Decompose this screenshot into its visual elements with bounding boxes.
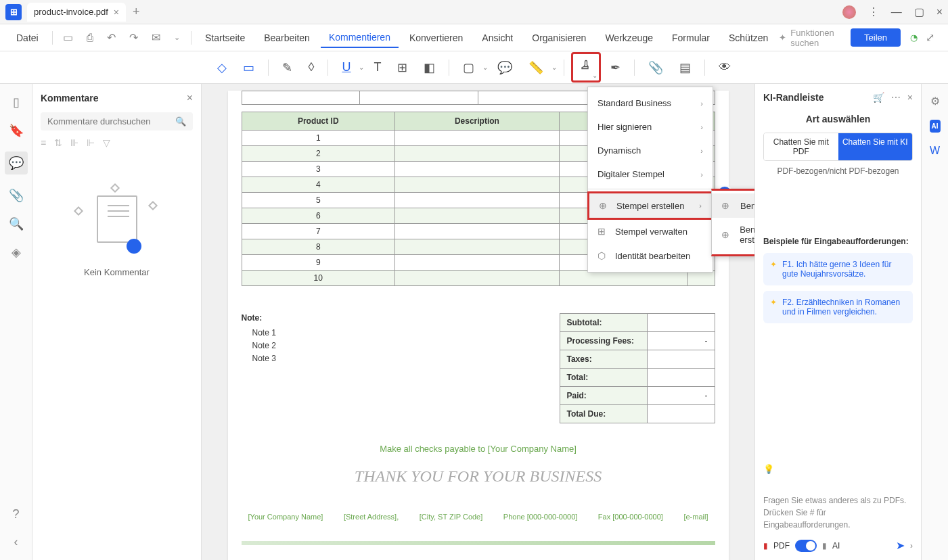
search-icon[interactable]: 🔍 [175, 116, 186, 126]
bookmarks-icon[interactable]: 🔖 [9, 123, 24, 138]
menu-organisieren[interactable]: Organisieren [524, 28, 594, 47]
list-icon[interactable]: ≡ [41, 137, 46, 148]
help-icon[interactable]: ? [12, 507, 19, 521]
expand-icon[interactable]: ⤢ [920, 28, 940, 47]
caret-icon[interactable]: ⌄ [359, 64, 364, 71]
prompt-card[interactable]: ✦ F2. Erzähltechniken in Romanen und in … [763, 291, 913, 323]
sort-icon[interactable]: ⇅ [54, 137, 62, 148]
menu-ansicht[interactable]: Ansicht [474, 28, 521, 47]
search-rail-icon[interactable]: 🔍 [9, 216, 24, 231]
close-panel-icon[interactable]: × [187, 92, 193, 104]
close-icon[interactable]: × [114, 7, 119, 18]
send-icon[interactable]: ➤ [896, 539, 905, 552]
measure-tool[interactable]: 📏 [522, 55, 550, 80]
menu-file[interactable]: Datei [8, 28, 47, 47]
stamp-dynamic[interactable]: Dynamisch› [588, 139, 713, 162]
separator [704, 60, 705, 76]
caret-icon[interactable]: ⌄ [551, 64, 557, 71]
menu-startseite[interactable]: Startseite [197, 28, 253, 47]
search-input[interactable] [47, 116, 175, 126]
textbox-tool[interactable]: ⊞ [390, 55, 414, 80]
mode-toggle[interactable] [795, 540, 817, 552]
note-tool[interactable]: ▭ [236, 55, 261, 80]
chevron-down-icon[interactable]: ⌄ [168, 30, 185, 45]
expand-ai-icon[interactable]: › [910, 541, 913, 551]
chat-ai-option[interactable]: Chatten Sie mit KI [838, 133, 913, 160]
separator [52, 31, 53, 45]
bulb-icon[interactable]: 💡 [763, 464, 913, 474]
minimize-icon[interactable]: — [891, 6, 902, 18]
mail-icon[interactable]: ✉ [146, 28, 166, 47]
undo-icon[interactable]: ↶ [101, 28, 121, 47]
filter-row: ≡ ⇅ ⊪ ⊩ ▽ [41, 137, 193, 148]
caret-icon[interactable]: ⌄ [482, 64, 488, 71]
menu-kommentieren[interactable]: Kommentieren [321, 28, 399, 48]
caret-icon: ⌄ [592, 72, 597, 79]
document-tab[interactable]: product-invoice.pdf × [27, 3, 126, 22]
user-avatar[interactable] [842, 5, 856, 19]
more-icon[interactable]: ⋯ [891, 92, 901, 103]
ai-icon[interactable]: AI [930, 120, 941, 133]
show-comments-tool[interactable]: 👁 [712, 55, 738, 80]
stamp-digital[interactable]: Digitaler Stempel› [588, 162, 713, 186]
attachment-tool[interactable]: 📎 [641, 55, 670, 80]
close-window-icon[interactable]: × [936, 6, 943, 18]
cart-icon[interactable]: 🛒 [873, 92, 884, 103]
stamp-manage[interactable]: ⊞ Stempel verwalten [588, 219, 713, 243]
chat-pdf-option[interactable]: Chatten Sie mit PDF [764, 133, 838, 160]
print-icon[interactable]: ⎙ [81, 29, 99, 47]
shape-tool[interactable]: ▢ [456, 55, 481, 80]
eraser-tool[interactable]: ◊ [302, 55, 321, 80]
layers-icon[interactable]: ◈ [12, 245, 21, 260]
funnel-icon[interactable]: ▽ [103, 137, 110, 148]
open-icon[interactable]: ▭ [58, 28, 78, 47]
stamp-tool[interactable]: ⌄ [571, 52, 601, 83]
menu-schuetzen[interactable]: Schützen [721, 28, 776, 47]
footer-city: [City, ST ZIP Code] [420, 513, 483, 521]
filter2-icon[interactable]: ⊩ [87, 137, 95, 148]
signature-tool[interactable]: ✒ [604, 55, 627, 80]
redo-icon[interactable]: ↷ [124, 28, 143, 47]
share-button[interactable]: Teilen [851, 28, 901, 47]
collapse-icon[interactable]: ‹ [14, 535, 18, 549]
document-area[interactable]: W Product ID Description Quantity Un 123… [202, 84, 754, 560]
highlight-tool[interactable]: ◇ [210, 55, 233, 80]
stamp-standard-business[interactable]: Standard Business› [588, 91, 713, 115]
close-ai-icon[interactable]: × [907, 92, 913, 103]
thumbnails-icon[interactable]: ▯ [13, 95, 20, 110]
text-tool[interactable]: T [367, 55, 388, 80]
payable-text: Make all checks payable to [Your Company… [242, 423, 715, 454]
stamp-identity[interactable]: ⬡ Identität bearbeiten [588, 243, 713, 268]
callout-tool[interactable]: ◧ [417, 55, 442, 80]
underline-tool[interactable]: U [335, 55, 357, 80]
attachments-icon[interactable]: 📎 [9, 188, 24, 203]
form-tool[interactable]: ▤ [673, 55, 698, 80]
ai-badge: ▮ [822, 541, 827, 551]
function-search[interactable]: ✦ Funktionen suchen [779, 28, 837, 48]
stamp-sign-here[interactable]: Hier signieren› [588, 115, 713, 139]
create-dynamic-stamp[interactable]: ⊕ Benutzerdefinierten dynamischen Stempe… [712, 218, 754, 252]
filter1-icon[interactable]: ⊪ [70, 137, 78, 148]
menu-bearbeiten[interactable]: Bearbeiten [256, 28, 318, 47]
comment-search[interactable]: 🔍 [41, 112, 193, 131]
maximize-icon[interactable]: ▢ [914, 5, 924, 18]
settings-icon[interactable]: ⚙ [930, 95, 940, 108]
add-tab-button[interactable]: + [126, 5, 147, 19]
cloud-sync-icon[interactable]: ◔ [910, 32, 918, 43]
prompt-card[interactable]: ✦ F1. Ich hätte gerne 3 Ideen für gute N… [763, 253, 913, 285]
pencil-tool[interactable]: ✎ [275, 55, 299, 80]
stamp-create[interactable]: ⊕ Stempel erstellen› [587, 191, 713, 220]
comment-tool[interactable]: 💬 [491, 55, 519, 80]
stamp-plus-icon: ⊕ [721, 229, 731, 240]
menu-formular[interactable]: Formular [664, 28, 718, 47]
menu-konvertieren[interactable]: Konvertieren [401, 28, 471, 47]
chat-mode-toggle[interactable]: Chatten Sie mit PDF Chatten Sie mit KI [763, 133, 913, 161]
comments-rail-icon[interactable]: 💬 [5, 151, 28, 174]
menu-werkzeuge[interactable]: Werkzeuge [597, 28, 661, 47]
create-custom-stamp[interactable]: ⊕ Benutzerdefinierten Stempel erstellen [712, 193, 754, 218]
separator [634, 60, 635, 76]
word-export-icon[interactable]: W [930, 145, 940, 157]
titlebar: ⊞ product-invoice.pdf × + ⋮ — ▢ × [0, 0, 948, 24]
kebab-icon[interactable]: ⋮ [868, 5, 879, 18]
pdf-badge: ▮ [763, 541, 768, 551]
